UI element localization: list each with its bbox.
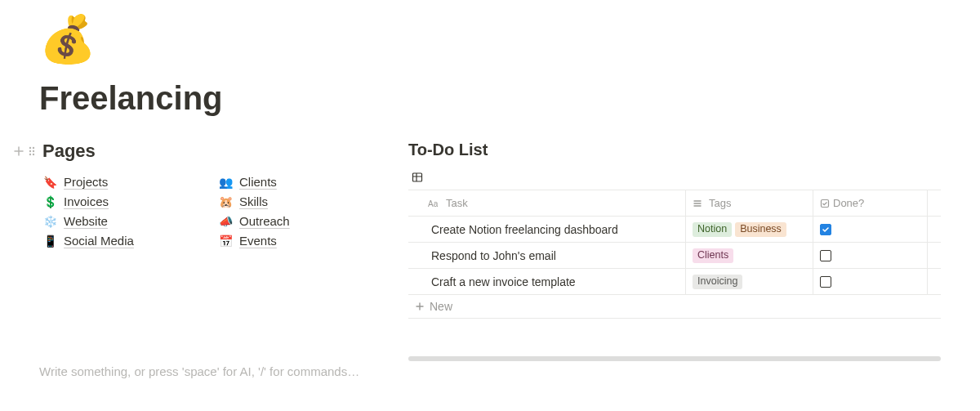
table-row[interactable]: Craft a new invoice templateInvoicing: [408, 269, 941, 295]
page-link-icon: 📣: [218, 215, 233, 228]
page-link-label: Skills: [239, 194, 268, 208]
column-header-task[interactable]: Aa Task: [408, 190, 686, 216]
svg-rect-6: [413, 173, 422, 181]
text-property-icon: Aa: [428, 199, 438, 208]
tag: Invoicing: [693, 275, 742, 289]
tags-cell[interactable]: Clients: [686, 243, 813, 268]
table-view-tab[interactable]: [408, 169, 426, 185]
task-cell[interactable]: Respond to John's email: [408, 243, 686, 268]
svg-point-1: [33, 147, 34, 149]
done-cell[interactable]: [813, 269, 928, 294]
empty-cell: [928, 269, 941, 294]
pages-heading[interactable]: Pages: [42, 141, 96, 162]
page-link-label: Website: [64, 214, 108, 228]
task-text: Respond to John's email: [431, 249, 556, 262]
table-row[interactable]: Create Notion freelancing dashboardNotio…: [408, 217, 941, 243]
page-link[interactable]: 🔖Projects: [42, 175, 218, 189]
new-row-label: New: [430, 300, 452, 313]
page-link[interactable]: 💲Invoices: [42, 194, 218, 208]
page-link-icon: 👥: [218, 176, 233, 189]
svg-point-3: [33, 150, 34, 152]
tag: Notion: [693, 222, 732, 237]
table-row[interactable]: Respond to John's emailClients: [408, 243, 941, 269]
page-link[interactable]: 📅Events: [218, 234, 382, 248]
task-text: Craft a new invoice template: [431, 275, 576, 288]
done-cell[interactable]: [813, 243, 928, 268]
done-checkbox[interactable]: [820, 224, 831, 235]
checkbox-property-icon: [820, 199, 830, 208]
column-header-done[interactable]: Done?: [813, 190, 928, 216]
svg-point-0: [29, 147, 31, 149]
page-link[interactable]: 📱Social Media: [42, 234, 218, 248]
empty-block-placeholder[interactable]: Write something, or press 'space' for AI…: [39, 364, 359, 378]
empty-cell: [928, 243, 941, 268]
page-link-icon: 🔖: [42, 176, 57, 189]
tags-cell[interactable]: Invoicing: [686, 269, 813, 294]
done-cell[interactable]: [813, 217, 928, 242]
page-link-label: Projects: [64, 175, 108, 189]
tags-cell[interactable]: NotionBusiness: [686, 217, 813, 242]
page-link-icon: 💲: [42, 195, 57, 208]
svg-rect-8: [822, 199, 829, 207]
tag: Clients: [693, 248, 733, 263]
add-column-button[interactable]: [928, 190, 941, 216]
column-header-tags[interactable]: Tags: [686, 190, 813, 216]
done-checkbox[interactable]: [820, 276, 831, 288]
column-header-label: Task: [446, 197, 468, 209]
new-row-button[interactable]: New: [408, 295, 941, 319]
task-text: Create Notion freelancing dashboard: [431, 223, 618, 236]
svg-text:Aa: Aa: [428, 199, 438, 208]
page-link[interactable]: ❄️Website: [42, 214, 218, 228]
page-link-label: Clients: [239, 175, 277, 189]
horizontal-scrollbar[interactable]: [408, 356, 941, 361]
tag: Business: [735, 222, 786, 237]
page-link-label: Events: [239, 234, 277, 248]
todo-heading[interactable]: To-Do List: [408, 141, 941, 159]
page-link-label: Outreach: [239, 214, 290, 228]
multiselect-property-icon: [693, 199, 702, 208]
task-cell[interactable]: Craft a new invoice template: [408, 269, 686, 294]
svg-point-5: [33, 154, 34, 155]
page-link-label: Invoices: [64, 194, 109, 208]
done-checkbox[interactable]: [820, 250, 831, 261]
page-link-icon: 📱: [42, 235, 57, 248]
drag-handle-icon[interactable]: [28, 145, 36, 157]
page-link-icon: 📅: [218, 235, 233, 248]
page-link-label: Social Media: [64, 234, 134, 248]
page-title[interactable]: Freelancing: [39, 69, 941, 141]
page-link-icon: ❄️: [42, 215, 57, 228]
column-header-label: Done?: [833, 197, 864, 209]
page-link[interactable]: 🐹Skills: [218, 194, 382, 208]
svg-point-4: [29, 154, 31, 155]
page-icon[interactable]: 💰: [39, 0, 941, 69]
page-link[interactable]: 👥Clients: [218, 175, 382, 189]
page-link[interactable]: 📣Outreach: [218, 214, 382, 228]
page-link-icon: 🐹: [218, 195, 233, 208]
table-header-row: Aa Task Tags Done?: [408, 190, 941, 217]
empty-cell: [928, 217, 941, 242]
svg-point-2: [29, 150, 31, 152]
add-block-icon[interactable]: [13, 145, 24, 157]
column-header-label: Tags: [709, 197, 731, 209]
task-cell[interactable]: Create Notion freelancing dashboard: [408, 217, 686, 242]
